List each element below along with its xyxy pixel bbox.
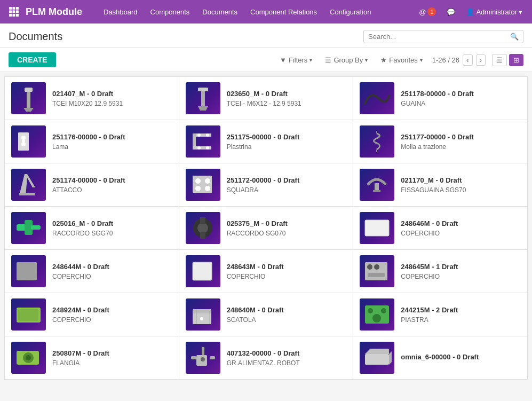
favorites-button[interactable]: ★ Favorites ▾ <box>377 54 425 66</box>
filters-caret: ▾ <box>309 57 312 63</box>
card-title: 248643M - 0 Draft <box>227 263 347 271</box>
svg-rect-12 <box>198 88 208 91</box>
svg-point-39 <box>197 223 208 233</box>
svg-point-17 <box>21 142 26 146</box>
create-button[interactable]: CREATE <box>9 52 56 67</box>
card-item[interactable]: 248640M - 0 Draft SCATOLA <box>179 293 353 336</box>
card-item[interactable]: 251172-00000 - 0 Draft SQUADRA <box>179 163 353 206</box>
card-item[interactable]: 407132-00000 - 0 Draft GR.ALIMENTAZ. ROB… <box>179 336 353 379</box>
username-label: Administrator <box>476 8 517 16</box>
prev-page-button[interactable]: ‹ <box>463 54 472 66</box>
card-info: 025375_M - 0 Draft RACCORDO SG070 <box>227 219 347 237</box>
user-menu-button[interactable]: 👤 Administrator ▾ <box>463 6 526 18</box>
card-item[interactable]: 251175-00000 - 0 Draft Piastrina <box>179 120 353 163</box>
content-area: 021407_M - 0 Draft TCEI M10X20 12.9 5931… <box>0 76 532 380</box>
nav-configuration[interactable]: Configuration <box>324 5 376 19</box>
card-title: 244215M - 2 Draft <box>401 306 521 314</box>
svg-rect-1 <box>13 7 15 10</box>
card-info: 248924M - 0 Draft COPERCHIO <box>52 306 172 324</box>
svg-point-57 <box>368 308 373 313</box>
card-info: 250807M - 0 Draft FLANGIA <box>52 349 172 367</box>
chat-button[interactable]: 💬 <box>443 6 458 18</box>
nav-links: Dashboard Components Documents Component… <box>98 5 416 19</box>
card-info: 025016_M - 0 Draft RACCORDO SGG70 <box>52 219 172 237</box>
card-subtitle: PIASTRA <box>401 316 521 324</box>
toolbar: CREATE ▼ Filters ▾ ☰ Group By ▾ ★ Favori… <box>0 48 532 72</box>
card-info: 021407_M - 0 Draft TCEI M10X20 12.9 5931 <box>52 90 172 107</box>
svg-rect-64 <box>202 347 204 355</box>
card-info: 251178-00000 - 0 Draft GUAINA <box>401 90 521 107</box>
svg-rect-7 <box>13 14 15 17</box>
card-info: 021170_M - 0 Draft FISSAGUAINA SGS70 <box>401 176 521 194</box>
svg-rect-41 <box>200 232 205 239</box>
card-info: 251174-00000 - 0 Draft ATTACCO <box>52 176 172 194</box>
nav-component-relations[interactable]: Component Relations <box>245 5 322 19</box>
grid-view-button[interactable]: ⊞ <box>509 54 523 66</box>
svg-marker-11 <box>23 108 34 112</box>
filters-button[interactable]: ▼ Filters ▾ <box>276 54 315 66</box>
card-item[interactable]: 248643M - 0 Draft COPERCHIO <box>179 250 353 293</box>
svg-point-59 <box>372 314 381 323</box>
card-item[interactable]: 251176-00000 - 0 Draft Lama <box>5 120 179 163</box>
card-thumbnail <box>360 212 394 244</box>
card-title: 248645M - 1 Draft <box>401 263 521 271</box>
card-info: 248646M - 0 Draft COPERCHIO <box>401 219 521 237</box>
card-item[interactable]: 248646M - 0 Draft COPERCHIO <box>353 207 527 249</box>
notification-badge: 1 <box>427 7 436 16</box>
card-title: 248640M - 0 Draft <box>227 306 347 314</box>
svg-rect-13 <box>201 91 205 106</box>
svg-rect-42 <box>365 220 389 236</box>
card-item[interactable]: 248924M - 0 Draft COPERCHIO <box>5 293 179 336</box>
card-item[interactable]: 251178-00000 - 0 Draft GUAINA <box>353 77 527 120</box>
svg-rect-33 <box>375 183 379 191</box>
svg-rect-44 <box>193 262 212 280</box>
card-subtitle: SCATOLA <box>227 316 347 324</box>
card-item[interactable]: 248645M - 1 Draft COPERCHIO <box>353 250 527 293</box>
svg-point-58 <box>381 308 386 313</box>
card-item[interactable]: omnia_6-00000 - 0 Draft <box>353 336 527 379</box>
star-icon: ★ <box>380 56 387 64</box>
svg-rect-66 <box>191 356 196 359</box>
groupby-caret: ▾ <box>365 57 368 63</box>
card-item[interactable]: 025375_M - 0 Draft RACCORDO SG070 <box>179 207 353 249</box>
search-input[interactable] <box>368 33 510 41</box>
card-info: omnia_6-00000 - 0 Draft <box>401 353 521 363</box>
search-icon[interactable]: 🔍 <box>510 33 519 41</box>
svg-rect-37 <box>31 225 41 230</box>
card-thumbnail <box>360 125 394 158</box>
svg-rect-40 <box>200 217 205 224</box>
nav-documents[interactable]: Documents <box>197 5 243 19</box>
list-view-button[interactable]: ☰ <box>492 54 507 66</box>
card-item[interactable]: 023650_M - 0 Draft TCEI - M6X12 - 12.9 5… <box>179 77 353 120</box>
card-subtitle: FLANGIA <box>52 359 172 367</box>
card-item[interactable]: 021407_M - 0 Draft TCEI M10X20 12.9 5931 <box>5 77 179 120</box>
svg-rect-4 <box>13 11 15 13</box>
toolbar-right: ▼ Filters ▾ ☰ Group By ▾ ★ Favorites ▾ 1… <box>276 54 523 66</box>
card-item[interactable]: 244215M - 2 Draft PIASTRA <box>353 293 527 336</box>
groupby-button[interactable]: ☰ Group By ▾ <box>322 54 371 66</box>
svg-point-65 <box>201 357 205 361</box>
card-thumbnail <box>11 255 46 287</box>
svg-point-62 <box>26 355 31 360</box>
svg-marker-14 <box>198 106 208 111</box>
card-thumbnail <box>186 342 220 374</box>
card-subtitle: RACCORDO SG070 <box>227 230 347 237</box>
card-item[interactable]: 021170_M - 0 Draft FISSAGUAINA SGS70 <box>353 163 527 206</box>
pagination-text: 1-26 / 26 <box>432 56 459 64</box>
card-thumbnail <box>360 169 394 201</box>
card-subtitle: COPERCHIO <box>52 273 172 280</box>
card-item[interactable]: 025016_M - 0 Draft RACCORDO SGG70 <box>5 207 179 249</box>
pagination: 1-26 / 26 ‹ › <box>432 54 486 66</box>
notifications-button[interactable]: @ 1 <box>416 5 439 18</box>
card-item[interactable]: 251177-00000 - 0 Draft Molla a trazione <box>353 120 527 163</box>
card-item[interactable]: 251174-00000 - 0 Draft ATTACCO <box>5 163 179 206</box>
app-grid-icon[interactable] <box>6 4 21 19</box>
nav-dashboard[interactable]: Dashboard <box>98 5 143 19</box>
nav-components[interactable]: Components <box>145 5 195 19</box>
card-title: 248646M - 0 Draft <box>401 219 521 227</box>
card-item[interactable]: 248644M - 0 Draft COPERCHIO <box>5 250 179 293</box>
svg-rect-6 <box>9 14 12 17</box>
svg-marker-70 <box>389 349 392 365</box>
next-page-button[interactable]: › <box>476 54 486 66</box>
card-item[interactable]: 250807M - 0 Draft FLANGIA <box>5 336 179 379</box>
